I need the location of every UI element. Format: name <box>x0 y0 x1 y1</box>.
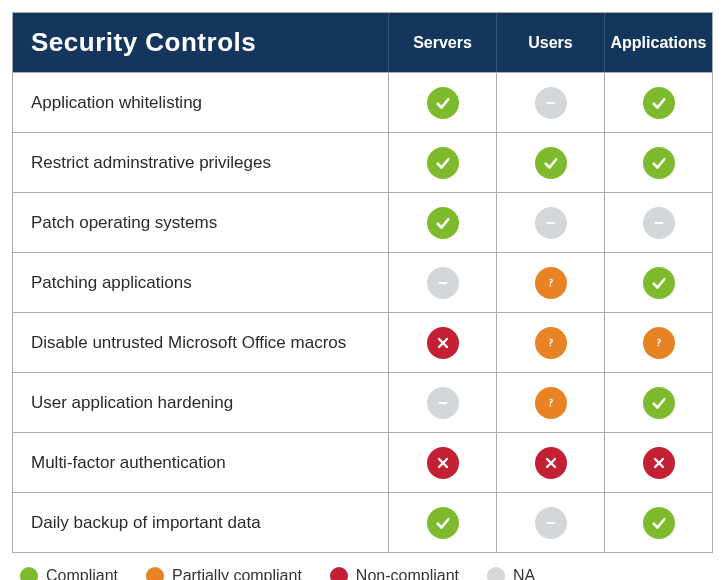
legend-label: Non-compliant <box>356 567 459 580</box>
status-cell <box>497 373 605 432</box>
legend-item-compliant: Compliant <box>20 567 118 580</box>
status-cell <box>497 313 605 372</box>
row-label: Application whitelisting <box>13 73 389 132</box>
compliant-icon <box>643 507 675 539</box>
compliant-dot-icon <box>20 567 38 580</box>
compliant-icon <box>427 507 459 539</box>
status-cell <box>497 193 605 252</box>
partial-dot-icon <box>146 567 164 580</box>
partial-icon <box>535 387 567 419</box>
status-cell <box>497 433 605 492</box>
row-label: Patch operating systems <box>13 193 389 252</box>
table-row: User application hardening <box>13 372 712 432</box>
status-cell <box>605 193 712 252</box>
compliant-icon <box>643 267 675 299</box>
table-row: Restrict adminstrative privileges <box>13 132 712 192</box>
row-label: Restrict adminstrative privileges <box>13 133 389 192</box>
noncomp-dot-icon <box>330 567 348 580</box>
row-label: User application hardening <box>13 373 389 432</box>
na-icon <box>535 207 567 239</box>
row-label: Patching applications <box>13 253 389 312</box>
na-dot-icon <box>487 567 505 580</box>
noncomp-icon <box>643 447 675 479</box>
compliant-icon <box>427 207 459 239</box>
status-cell <box>605 493 712 552</box>
noncomp-icon <box>427 327 459 359</box>
table-row: Multi-factor authentication <box>13 432 712 492</box>
legend-item-noncomp: Non-compliant <box>330 567 459 580</box>
status-cell <box>605 73 712 132</box>
table-row: Daily backup of important data <box>13 492 712 552</box>
na-icon <box>535 87 567 119</box>
legend-item-na: NA <box>487 567 535 580</box>
status-cell <box>605 133 712 192</box>
legend: CompliantPartially compliantNon-complian… <box>12 553 713 580</box>
compliant-icon <box>643 87 675 119</box>
status-cell <box>605 253 712 312</box>
status-cell <box>389 313 497 372</box>
status-cell <box>497 493 605 552</box>
compliant-icon <box>535 147 567 179</box>
legend-label: Compliant <box>46 567 118 580</box>
column-header-servers: Servers <box>389 13 497 72</box>
column-header-users: Users <box>497 13 605 72</box>
table-row: Application whitelisting <box>13 72 712 132</box>
na-icon <box>427 387 459 419</box>
column-header-applications: Applications <box>605 13 712 72</box>
status-cell <box>389 193 497 252</box>
partial-icon <box>535 267 567 299</box>
status-cell <box>389 493 497 552</box>
status-cell <box>389 133 497 192</box>
na-icon <box>427 267 459 299</box>
table-title: Security Controls <box>13 13 389 72</box>
status-cell <box>389 433 497 492</box>
status-cell <box>497 253 605 312</box>
status-cell <box>497 73 605 132</box>
compliant-icon <box>643 387 675 419</box>
na-icon <box>643 207 675 239</box>
status-cell <box>389 373 497 432</box>
compliant-icon <box>643 147 675 179</box>
status-cell <box>605 313 712 372</box>
compliant-icon <box>427 147 459 179</box>
legend-label: Partially compliant <box>172 567 302 580</box>
security-controls-table: Security Controls Servers Users Applicat… <box>12 12 713 553</box>
status-cell <box>497 133 605 192</box>
table-row: Patching applications <box>13 252 712 312</box>
table-header: Security Controls Servers Users Applicat… <box>13 13 712 72</box>
noncomp-icon <box>535 447 567 479</box>
table-row: Disable untrusted Microsoft Office macro… <box>13 312 712 372</box>
row-label: Daily backup of important data <box>13 493 389 552</box>
row-label: Disable untrusted Microsoft Office macro… <box>13 313 389 372</box>
status-cell <box>389 73 497 132</box>
na-icon <box>535 507 567 539</box>
status-cell <box>605 433 712 492</box>
legend-label: NA <box>513 567 535 580</box>
row-label: Multi-factor authentication <box>13 433 389 492</box>
partial-icon <box>643 327 675 359</box>
legend-item-partial: Partially compliant <box>146 567 302 580</box>
status-cell <box>389 253 497 312</box>
compliant-icon <box>427 87 459 119</box>
partial-icon <box>535 327 567 359</box>
status-cell <box>605 373 712 432</box>
noncomp-icon <box>427 447 459 479</box>
table-row: Patch operating systems <box>13 192 712 252</box>
